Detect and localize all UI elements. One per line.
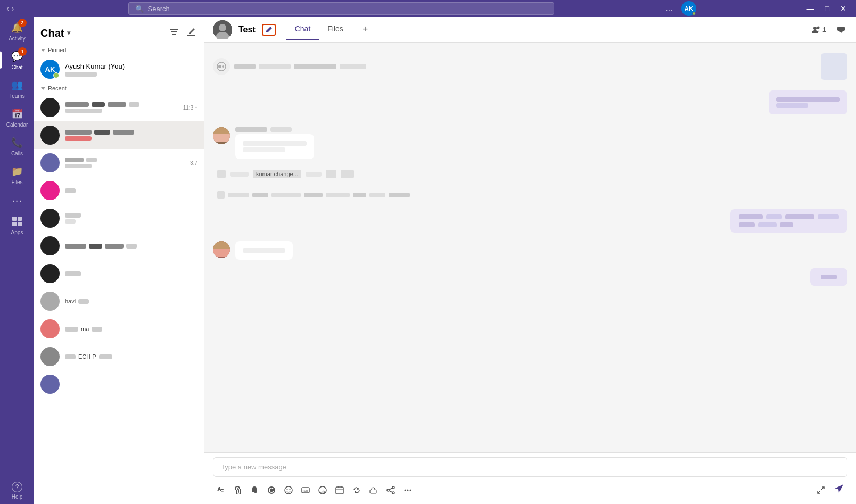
contact-avatar: [213, 20, 232, 39]
mention-button[interactable]: [264, 483, 279, 498]
chat-info: [65, 244, 197, 249]
sidebar-item-teams[interactable]: 👥 Teams: [0, 75, 34, 103]
back-btn[interactable]: ‹: [6, 4, 9, 13]
edit-icon-highlighted[interactable]: [262, 24, 276, 36]
gif-button[interactable]: GIF: [298, 483, 313, 498]
avatar: [40, 98, 60, 117]
pinned-section-header[interactable]: Pinned: [34, 45, 204, 55]
add-tab-button[interactable]: +: [358, 24, 373, 35]
pinned-label: Pinned: [48, 47, 66, 53]
sidebar-item-files[interactable]: 📁 Files: [0, 161, 34, 189]
chat-info: [65, 158, 185, 168]
forward-btn[interactable]: ›: [11, 4, 14, 13]
list-item[interactable]: ma: [34, 315, 204, 343]
system-avatar: [213, 58, 230, 75]
chat-preview: [65, 72, 97, 77]
pinned-chat-item[interactable]: AK Ayush Kumar (You): [34, 55, 204, 83]
message-input[interactable]: Type a new message: [213, 457, 847, 477]
svg-rect-4: [170, 29, 178, 30]
send-button[interactable]: [830, 480, 847, 500]
avatar: [40, 319, 60, 338]
filter-button[interactable]: [168, 26, 180, 40]
participants-button[interactable]: 1: [808, 23, 830, 36]
topbar: Test Chat Files +: [204, 17, 856, 43]
minimize-button[interactable]: —: [804, 3, 818, 14]
chat-meta: 11:3 ↑: [183, 105, 197, 111]
sidebar-item-label: Apps: [11, 229, 23, 235]
chat-name: Ayush Kumar (You): [65, 62, 197, 70]
share-button[interactable]: [383, 483, 398, 498]
list-item[interactable]: [34, 204, 204, 232]
system-icon: [217, 170, 226, 178]
svg-rect-1: [18, 217, 22, 221]
search-bar[interactable]: 🔍: [128, 2, 554, 15]
schedule-button[interactable]: [332, 483, 347, 498]
avatar: [40, 292, 60, 311]
svg-point-34: [410, 489, 411, 491]
list-item[interactable]: ECH P: [34, 343, 204, 370]
close-button[interactable]: ✕: [837, 3, 850, 14]
msg-bubble-right: [769, 90, 847, 114]
paperclip-button[interactable]: [247, 483, 262, 498]
sidebar-item-help[interactable]: ? Help: [0, 477, 34, 504]
sidebar-item-chat[interactable]: 💬 1 Chat: [0, 46, 34, 75]
format-button[interactable]: [213, 483, 228, 498]
list-item[interactable]: [34, 232, 204, 260]
help-icon: ?: [12, 482, 22, 492]
msg-bubble-right-3: [810, 268, 847, 286]
praise-button[interactable]: [366, 483, 381, 498]
svg-point-22: [285, 486, 292, 494]
list-item[interactable]: 3:7: [34, 149, 204, 177]
blur-block: [65, 188, 76, 193]
topbar-right: 1: [808, 22, 847, 37]
chat-info: [65, 271, 197, 276]
user-avatar[interactable]: AK: [681, 1, 696, 16]
svg-point-18: [222, 65, 224, 68]
compose-button[interactable]: [185, 26, 197, 40]
files-icon: 📁: [11, 165, 23, 178]
svg-rect-3: [18, 222, 22, 226]
attach-button[interactable]: [230, 483, 245, 498]
list-item[interactable]: 11:3 ↑: [34, 94, 204, 121]
tab-chat[interactable]: Chat: [286, 19, 319, 40]
loop-button[interactable]: [349, 483, 364, 498]
msg-group-right-2: [213, 209, 847, 233]
sidebar-item-apps[interactable]: Apps: [0, 211, 34, 239]
chat-more-button[interactable]: [835, 22, 847, 37]
recent-section-header[interactable]: Recent: [34, 83, 204, 94]
svg-text:GIF: GIF: [303, 489, 309, 493]
sidebar-item-label: Calls: [11, 151, 23, 156]
more-options-button[interactable]: ...: [661, 3, 677, 14]
input-area: Type a new message: [204, 452, 856, 504]
blur-block: [65, 354, 76, 359]
main-content: Test Chat Files +: [204, 17, 856, 504]
expand-button[interactable]: [813, 483, 828, 498]
sidebar-item-activity[interactable]: 🔔 2 Activity: [0, 17, 34, 46]
maximize-button[interactable]: □: [822, 3, 833, 14]
emoji-button[interactable]: [281, 483, 296, 498]
toolbar-row: GIF: [213, 480, 847, 500]
sidebar-item-calendar[interactable]: 📅 Calendar: [0, 103, 34, 132]
chat-panel-actions: [168, 26, 197, 40]
search-input[interactable]: [148, 5, 547, 13]
avatar: AK: [40, 60, 60, 79]
list-item[interactable]: [34, 177, 204, 204]
chat-panel-title-btn[interactable]: Chat ▾: [40, 27, 70, 39]
svg-rect-2: [12, 222, 17, 226]
info-blur-blocks: [234, 64, 366, 69]
sticker-button[interactable]: [315, 483, 330, 498]
list-item[interactable]: [34, 370, 204, 398]
svg-point-32: [405, 489, 406, 491]
avatar: [40, 347, 60, 366]
sidebar-item-more[interactable]: ···: [0, 189, 34, 211]
list-item[interactable]: [34, 260, 204, 287]
chat-preview-red: [65, 136, 92, 141]
list-item[interactable]: [34, 121, 204, 149]
more-toolbar-button[interactable]: [400, 483, 415, 498]
tab-files[interactable]: Files: [319, 19, 352, 40]
message-area[interactable]: kumar change...: [204, 43, 856, 452]
apps-icon: [11, 215, 23, 228]
sidebar-item-calls[interactable]: 📞 Calls: [0, 132, 34, 161]
avatar: [40, 126, 60, 145]
list-item[interactable]: havi: [34, 287, 204, 315]
